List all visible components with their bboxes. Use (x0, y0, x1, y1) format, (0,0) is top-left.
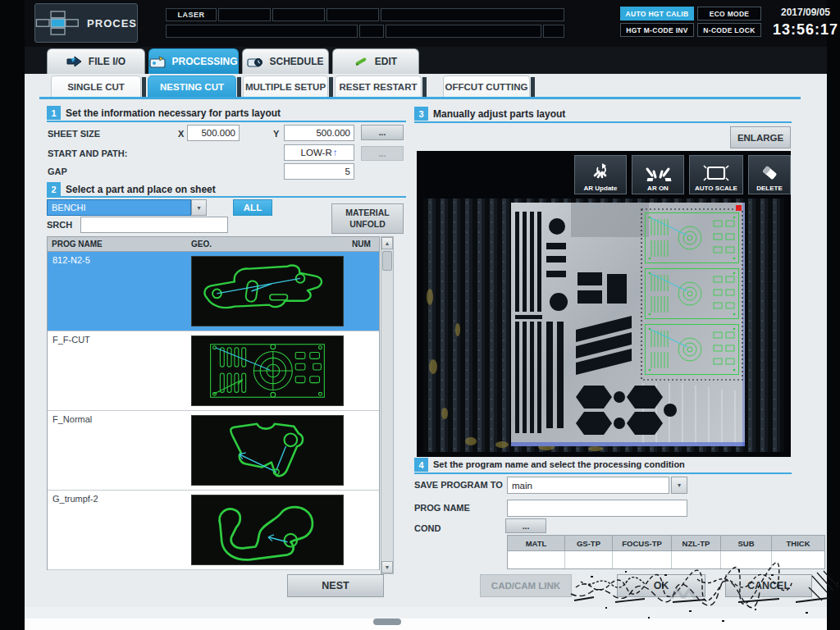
sheet-y-input[interactable] (284, 125, 354, 141)
subtab-reset-restart[interactable]: RESET RESTART (335, 75, 422, 98)
gap-label: GAP (48, 167, 67, 176)
part-name: G_trumpf-2 (48, 491, 187, 569)
table-row[interactable]: F_F-CUT (48, 331, 379, 411)
status-cell (381, 8, 564, 21)
sheet-camera-image (417, 151, 791, 457)
subtab-offcut-cutting[interactable]: OFFCUT CUTTING (443, 75, 530, 98)
part-name: F_F-CUT (48, 331, 187, 410)
ar-update-icon (588, 162, 613, 184)
table-row[interactable]: 812-N2-5 (48, 252, 379, 331)
process-blocks-icon (35, 9, 80, 37)
cancel-button[interactable]: CANCEL (725, 574, 812, 597)
delete-button[interactable]: DELETE (748, 155, 791, 194)
gap-input[interactable] (284, 163, 354, 180)
start-path-value-box[interactable]: LOW-R ↑ (284, 144, 354, 161)
section4-underline (414, 472, 792, 474)
start-path-label: START AND PATH: (48, 148, 127, 158)
tab-schedule[interactable]: SCHEDULE (242, 48, 329, 74)
ok-button[interactable]: OK (617, 574, 705, 597)
section3-title: Manually adjust parts layout (433, 108, 565, 120)
logo-text: PROCES (87, 17, 137, 30)
section3-number: 3 (414, 107, 428, 121)
section1-number: 1 (47, 106, 61, 120)
schedule-icon (247, 56, 263, 68)
col-geo: GEO. (187, 237, 348, 251)
all-button[interactable]: ALL (233, 199, 272, 216)
sheet-size-browse-button[interactable]: ... (361, 125, 404, 140)
prog-name-label: PROG NAME (414, 503, 470, 513)
tab-edit[interactable]: EDIT (332, 48, 419, 74)
cond-label: COND (414, 523, 441, 533)
auto-scale-button[interactable]: AUTO SCALE (689, 155, 743, 194)
bottom-handle (373, 619, 401, 625)
start-path-value: LOW-R (301, 148, 332, 158)
app-screen: PROCES LASER AUTO HGT CALIB ECO MODE HGT… (0, 0, 840, 630)
col-sub: SUB (721, 536, 772, 550)
section1-underline (47, 121, 406, 122)
parts-table-scrollbar[interactable]: ▲ ▼ (381, 236, 394, 574)
left-bezel (0, 0, 25, 630)
nest-button[interactable]: NEST (287, 574, 384, 597)
toolbar-label: DELETE (756, 185, 783, 192)
section1-title: Set the information necessary for parts … (66, 107, 281, 119)
srch-input[interactable] (80, 217, 228, 233)
material-unfold-line2: UNFOLD (349, 219, 386, 230)
file-io-icon (66, 56, 83, 67)
col-focus-tp: FOCUS-TP (613, 536, 672, 550)
sheet-y-field-wrap (284, 125, 354, 141)
table-row[interactable]: G_trumpf-2 (48, 491, 379, 570)
subtab-single-cut[interactable]: SINGLE CUT (51, 75, 141, 98)
ar-update-button[interactable]: AR Update (574, 155, 627, 194)
condition-table: MATL GS-TP FOCUS-TP NZL-TP SUB THICK (507, 535, 825, 569)
sheet-x-input[interactable] (187, 125, 240, 141)
parts-table: PROG NAME GEO. NUM 812-N2-5 (47, 236, 380, 570)
parts-table-header: PROG NAME GEO. NUM (48, 237, 379, 252)
status-cell (543, 25, 564, 38)
part-name: F_Normal (48, 411, 187, 490)
section2-number: 2 (47, 182, 61, 196)
table-row[interactable]: F_Normal (48, 411, 379, 491)
save-program-dropdown-button[interactable]: ▾ (671, 477, 687, 494)
ncode-lock-button[interactable]: N-CODE LOCK (697, 23, 761, 37)
scroll-thumb[interactable] (382, 251, 392, 271)
srch-field-wrap (80, 217, 228, 233)
part-folder-combobox[interactable]: BENCHI (47, 199, 191, 216)
subtab-separator (237, 77, 241, 97)
prog-name-input[interactable] (507, 500, 687, 517)
cond-browse-button[interactable]: ... (505, 518, 546, 533)
triangle-down-icon: ▼ (385, 564, 390, 570)
status-cell (359, 25, 384, 38)
scroll-up-button[interactable]: ▲ (381, 237, 393, 249)
enlarge-button[interactable]: ENLARGE (730, 126, 791, 148)
save-program-combobox[interactable]: main (507, 477, 669, 494)
laser-cell: LASER (166, 8, 217, 21)
section4-title: Set the program name and select the proc… (433, 459, 685, 469)
material-unfold-button[interactable]: MATERIAL UNFOLD (331, 203, 404, 234)
chevron-down-icon: ▾ (197, 204, 200, 212)
hgt-mcode-inv-button[interactable]: HGT M-CODE INV (620, 23, 694, 37)
condition-table-header: MATL GS-TP FOCUS-TP NZL-TP SUB THICK (507, 535, 825, 551)
auto-hgt-calib-button[interactable]: AUTO HGT CALIB (620, 7, 694, 21)
part-folder-dropdown-button[interactable]: ▾ (191, 199, 207, 216)
status-cell (386, 25, 541, 38)
start-path-browse-button[interactable]: ... (361, 146, 404, 161)
subtab-separator (329, 77, 333, 97)
camera-view[interactable] (417, 151, 791, 457)
cadcam-link-button[interactable]: CAD/CAM LINK (480, 574, 572, 597)
condition-table-row (507, 551, 825, 569)
active-tab-underline (39, 97, 801, 99)
eco-mode-button[interactable]: ECO MODE (697, 7, 761, 21)
tab-processing[interactable]: PROCESSING (148, 48, 239, 74)
part-preview-812-n2-5 (191, 256, 344, 326)
status-cell (326, 8, 379, 21)
subtab-nesting-cut[interactable]: NESTING CUT (148, 75, 236, 98)
part-num (348, 331, 379, 410)
ar-on-button[interactable]: AR ON (632, 155, 684, 194)
part-preview-g-trumpf-2 (191, 495, 344, 565)
status-cell (218, 8, 271, 21)
processing-icon (149, 56, 166, 68)
subtab-multiple-setup[interactable]: MULTIPLE SETUP (243, 75, 328, 98)
section4-number: 4 (414, 458, 428, 472)
scroll-down-button[interactable]: ▼ (381, 561, 393, 573)
tab-file-io[interactable]: FILE I/O (47, 48, 145, 74)
